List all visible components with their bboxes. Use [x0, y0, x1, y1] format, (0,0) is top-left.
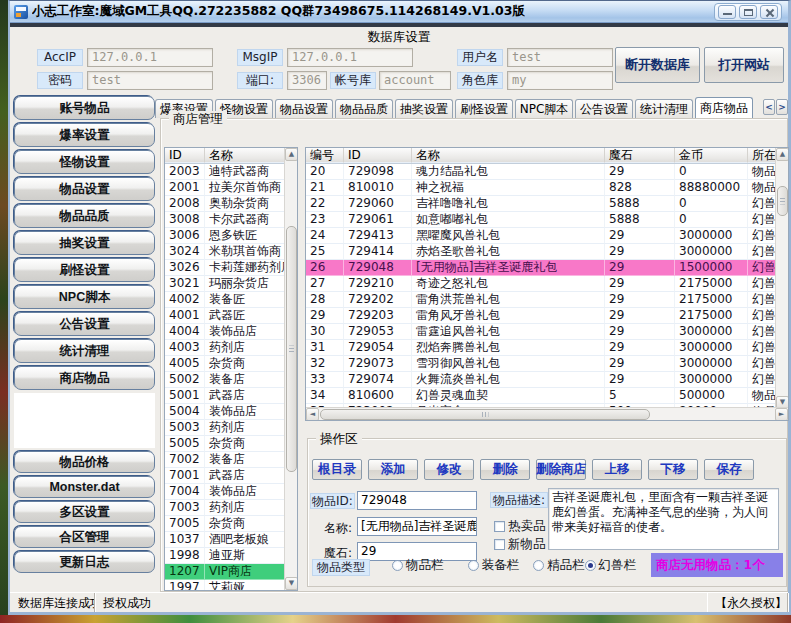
shops-vertical-scrollbar[interactable]: ▲ ▼	[284, 148, 297, 590]
operation-button[interactable]: 删除商店	[536, 459, 586, 480]
table-row[interactable]: 2003 迪特武器商	[165, 164, 297, 180]
operation-button[interactable]: 修改	[424, 459, 474, 480]
maximize-button[interactable]	[739, 5, 757, 19]
minimize-button[interactable]	[718, 5, 736, 19]
table-row[interactable]: 28 729202 雷角洪荒兽礼包 29 2175000 幻兽栏	[306, 292, 788, 308]
sidebar-item[interactable]: 爆率设置	[14, 123, 155, 147]
table-row[interactable]: 4002 装备匠	[165, 292, 297, 308]
scroll-left-icon[interactable]: ◄	[306, 408, 319, 421]
table-row[interactable]: 7004 装饰品店	[165, 484, 297, 500]
sidebar-item[interactable]: 商店物品	[14, 366, 155, 390]
tab[interactable]: 物品品质	[335, 99, 393, 118]
sidebar-item[interactable]: 抽奖设置	[14, 231, 155, 255]
new-item-checkbox[interactable]: 新物品	[494, 536, 546, 553]
item-name-input[interactable]: [无用物品]吉祥圣诞鹿礼包	[357, 517, 477, 536]
operation-button[interactable]: 下移	[648, 459, 698, 480]
table-row[interactable]: 34 810600 幻兽灵魂血契 5 500000 物品栏	[306, 388, 788, 404]
tab[interactable]: 商店物品	[695, 97, 753, 118]
item-type-radio[interactable]: 物品栏	[392, 557, 444, 574]
operation-button[interactable]: 上移	[592, 459, 642, 480]
sidebar-item[interactable]: 更新日志	[14, 551, 155, 573]
operation-button[interactable]: 删除	[480, 459, 530, 480]
table-row[interactable]: 26 729048 [无用物品]吉祥圣诞鹿礼包 29 1500000 幻兽栏	[306, 260, 788, 276]
item-type-radio[interactable]: 幻兽栏	[585, 557, 637, 574]
operation-button[interactable]: 根目录	[312, 459, 362, 480]
scroll-right-icon[interactable]: ►	[775, 408, 788, 421]
open-website-button[interactable]: 打开网站	[704, 47, 784, 83]
table-row[interactable]: 4005 杂货商	[165, 356, 297, 372]
table-row[interactable]: 5005 杂货商	[165, 436, 297, 452]
operation-button[interactable]: 保存	[704, 459, 754, 480]
table-row[interactable]: 1998 迪亚斯	[165, 548, 297, 564]
username-input[interactable]: test	[507, 48, 613, 67]
accip-input[interactable]: 127.0.0.1	[87, 48, 213, 67]
table-row[interactable]: 5004 装饰品店	[165, 404, 297, 420]
table-row[interactable]: 7001 武器店	[165, 468, 297, 484]
sidebar-item[interactable]: Monster.dat	[14, 476, 155, 498]
table-row[interactable]: 7003 药剂店	[165, 500, 297, 516]
scroll-up-icon[interactable]: ▲	[776, 148, 789, 161]
item-id-input[interactable]: 729048	[357, 491, 477, 510]
table-row[interactable]: 3024 米勒琪首饰商	[165, 244, 297, 260]
table-row[interactable]: 21 810010 神之祝福 828 88880000 物品栏	[306, 180, 788, 196]
close-button[interactable]	[760, 5, 778, 19]
titlebar[interactable]: 小志工作室:魔域GM工具QQ.272235882 QQ群73498675.114…	[10, 1, 788, 23]
column-header[interactable]: 名称	[412, 148, 605, 163]
table-row[interactable]: 7005 杂货商	[165, 516, 297, 532]
sidebar-item[interactable]: 物品价格	[14, 451, 155, 473]
sidebar-item[interactable]: 统计清理	[14, 339, 155, 363]
table-row[interactable]: 3021 玛丽杂货店	[165, 276, 297, 292]
table-row[interactable]: 33 729074 火舞流炎兽礼包 29 3000000 幻兽栏	[306, 372, 788, 388]
tab[interactable]: 物品设置	[275, 99, 333, 118]
table-row[interactable]: 1207 VIP商店	[165, 564, 297, 580]
sidebar-item[interactable]: 刷怪设置	[14, 258, 155, 282]
scrollbar-thumb[interactable]	[286, 226, 297, 472]
column-header[interactable]: 编号	[306, 148, 344, 163]
scroll-down-icon[interactable]: ▼	[285, 577, 298, 590]
column-header[interactable]: ID	[165, 148, 205, 163]
tab-scroll-left-icon[interactable]: <	[763, 99, 775, 115]
sidebar-item[interactable]: 账号物品	[14, 96, 155, 120]
port-input[interactable]: 3306	[287, 71, 327, 90]
table-row[interactable]: 27 729210 奇迹之怒礼包 29 2175000 幻兽栏	[306, 276, 788, 292]
table-row[interactable]: 5003 药剂店	[165, 420, 297, 436]
table-row[interactable]: 4004 装饰品店	[165, 324, 297, 340]
scroll-up-icon[interactable]: ▲	[285, 148, 298, 161]
disconnect-db-button[interactable]: 断开数据库	[615, 47, 700, 83]
table-row[interactable]: 1997 艾莉娅	[165, 580, 297, 591]
sidebar-item[interactable]: NPC脚本	[14, 285, 155, 309]
table-row[interactable]: 30 729053 雷霆追风兽礼包 29 3000000 幻兽栏	[306, 324, 788, 340]
tab[interactable]: 统计清理	[635, 99, 693, 118]
account-db-input[interactable]: account	[379, 71, 451, 90]
tab[interactable]: NPC脚本	[515, 99, 573, 118]
column-header[interactable]: 金币	[675, 148, 748, 163]
sidebar-item[interactable]: 公告设置	[14, 312, 155, 336]
column-header[interactable]: 魔石	[605, 148, 675, 163]
scrollbar-thumb[interactable]	[320, 409, 650, 420]
table-row[interactable]: 7002 装备店	[165, 452, 297, 468]
column-header[interactable]: 所在	[748, 148, 776, 163]
items-vertical-scrollbar[interactable]: ▲ ▼	[775, 148, 788, 409]
table-row[interactable]: 3008 卡尔武器商	[165, 212, 297, 228]
tab[interactable]: 抽奖设置	[395, 99, 453, 118]
table-row[interactable]: 25 729414 赤焰圣歌兽礼包 29 3000000 幻兽栏	[306, 244, 788, 260]
table-row[interactable]: 23 729061 如意嘟嘟礼包 5888 0 幻兽栏	[306, 212, 788, 228]
column-header[interactable]: ID	[344, 148, 412, 163]
hot-item-checkbox[interactable]: 热卖品	[494, 518, 546, 535]
table-row[interactable]: 32 729073 雪羽御风兽礼包 29 3000000 幻兽栏	[306, 356, 788, 372]
table-row[interactable]: 2001 拉美尔首饰商	[165, 180, 297, 196]
sidebar-item[interactable]: 物品设置	[14, 177, 155, 201]
table-row[interactable]: 1037 酒吧老板娘	[165, 532, 297, 548]
tab-scroll-right-icon[interactable]: >	[776, 99, 788, 115]
scrollbar-thumb[interactable]	[777, 186, 788, 216]
table-row[interactable]: 3006 恩多铁匠	[165, 228, 297, 244]
table-row[interactable]: 4003 药剂店	[165, 340, 297, 356]
table-row[interactable]: 24 729413 黑曜魔风兽礼包 29 3000000 幻兽栏	[306, 228, 788, 244]
items-horizontal-scrollbar[interactable]: ◄ ►	[306, 407, 788, 420]
sidebar-item[interactable]: 怪物设置	[14, 150, 155, 174]
table-row[interactable]: 5002 装备店	[165, 372, 297, 388]
table-row[interactable]: 31 729054 烈焰奔腾兽礼包 29 3000000 幻兽栏	[306, 340, 788, 356]
table-row[interactable]: 4001 武器匠	[165, 308, 297, 324]
item-desc-textarea[interactable]: 吉祥圣诞鹿礼包，里面含有一颗吉祥圣诞鹿幻兽蛋。充满神圣气息的坐骑，为人间带来美好…	[548, 488, 779, 550]
sidebar-item[interactable]: 物品品质	[14, 204, 155, 228]
